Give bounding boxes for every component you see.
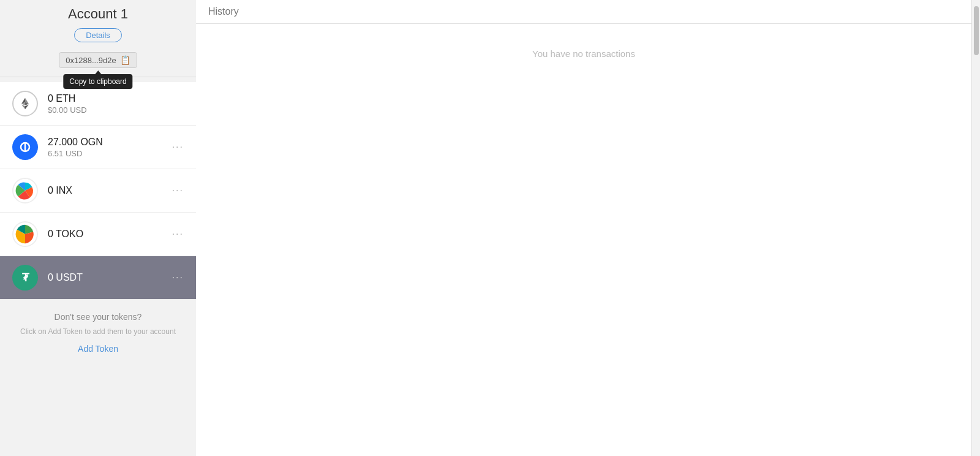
token-item-usdt[interactable]: ₮ 0 USDT ··· bbox=[0, 256, 196, 300]
ogn-amount: 27.000 OGN bbox=[48, 137, 172, 148]
token-item-ogn[interactable]: 27.000 OGN 6.51 USD ··· bbox=[0, 126, 196, 169]
no-transactions-text: You have no transactions bbox=[196, 24, 971, 456]
svg-marker-2 bbox=[25, 104, 29, 109]
toko-info: 0 TOKO bbox=[48, 229, 172, 240]
left-panel: Account 1 Details 0x1288...9d2e 📋 Copy t… bbox=[0, 0, 196, 456]
footer-section: Don't see your tokens? Click on Add Toke… bbox=[0, 300, 196, 360]
add-token-hint: Click on Add Token to add them to your a… bbox=[12, 327, 184, 337]
history-header: History bbox=[196, 0, 971, 24]
add-token-link[interactable]: Add Token bbox=[78, 344, 118, 354]
svg-marker-3 bbox=[21, 104, 25, 109]
scrollbar-thumb[interactable] bbox=[974, 6, 979, 55]
usdt-info: 0 USDT bbox=[48, 272, 172, 283]
eth-icon bbox=[12, 91, 38, 116]
ogn-icon bbox=[12, 134, 38, 160]
details-button[interactable]: Details bbox=[74, 28, 122, 42]
address-badge: 0x1288...9d2e 📋 bbox=[59, 52, 137, 68]
copy-icon[interactable]: 📋 bbox=[120, 55, 130, 65]
scrollbar[interactable] bbox=[971, 0, 980, 456]
usdt-menu[interactable]: ··· bbox=[172, 272, 184, 283]
inx-amount: 0 INX bbox=[48, 185, 172, 196]
toko-menu[interactable]: ··· bbox=[172, 229, 184, 240]
token-item-toko[interactable]: 0 TOKO ··· bbox=[0, 213, 196, 256]
inx-info: 0 INX bbox=[48, 185, 172, 196]
address-row: 0x1288...9d2e 📋 Copy to clipboard bbox=[59, 52, 137, 68]
eth-amount: 0 ETH bbox=[48, 93, 184, 104]
token-list: 0 ETH $0.00 USD 27.000 OGN 6.51 USD ··· bbox=[0, 82, 196, 300]
eth-info: 0 ETH $0.00 USD bbox=[48, 93, 184, 115]
ogn-usd: 6.51 USD bbox=[48, 149, 172, 158]
ogn-menu[interactable]: ··· bbox=[172, 142, 184, 153]
toko-icon bbox=[12, 221, 38, 247]
inx-menu[interactable]: ··· bbox=[172, 185, 184, 196]
eth-usd: $0.00 USD bbox=[48, 105, 184, 115]
token-item-eth[interactable]: 0 ETH $0.00 USD bbox=[0, 82, 196, 126]
account-title: Account 1 bbox=[68, 6, 128, 22]
token-item-inx[interactable]: 0 INX ··· bbox=[0, 169, 196, 213]
address-text: 0x1288...9d2e bbox=[66, 56, 116, 65]
toko-amount: 0 TOKO bbox=[48, 229, 172, 240]
usdt-amount: 0 USDT bbox=[48, 272, 172, 283]
dont-see-text: Don't see your tokens? bbox=[12, 312, 184, 322]
ogn-info: 27.000 OGN 6.51 USD bbox=[48, 137, 172, 158]
divider bbox=[0, 77, 196, 77]
inx-icon bbox=[12, 178, 38, 203]
usdt-icon: ₮ bbox=[12, 265, 38, 291]
right-panel: History You have no transactions bbox=[196, 0, 971, 456]
